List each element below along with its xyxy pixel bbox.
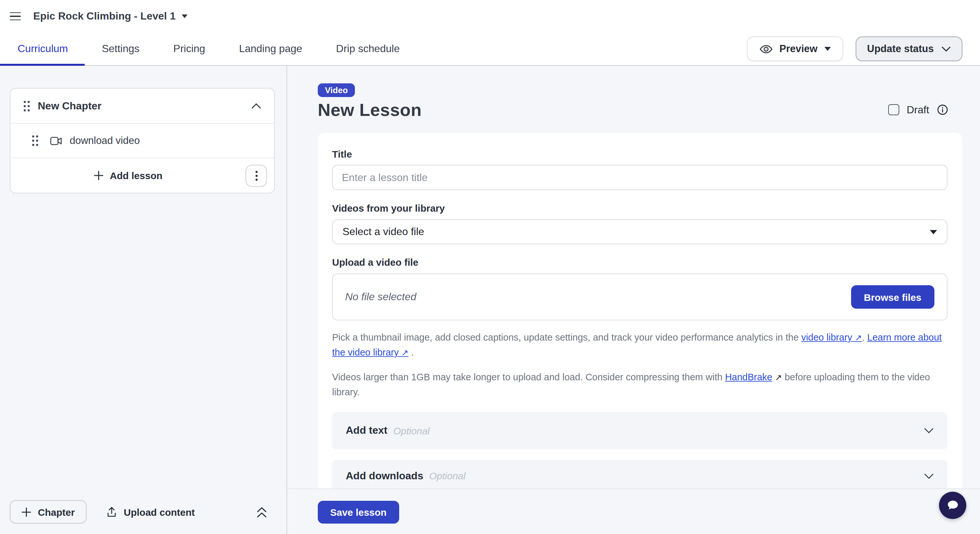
chevron-down-icon	[942, 46, 951, 52]
chat-bubble-icon	[944, 497, 961, 514]
video-library-link[interactable]: video library ↗	[801, 332, 862, 343]
draft-label: Draft	[907, 104, 929, 116]
drag-handle-icon[interactable]	[31, 135, 39, 146]
chapter-header-row: New Chapter	[10, 89, 274, 123]
add-text-section[interactable]: Add text Optional	[332, 412, 947, 449]
lesson-header: Video New Lesson Draft	[318, 83, 963, 121]
tab-pricing[interactable]: Pricing	[156, 33, 222, 65]
kebab-icon	[255, 171, 258, 181]
chapter-card: New Chapter download video Add les	[10, 88, 275, 194]
caret-down-icon	[824, 47, 830, 51]
info-icon[interactable]	[936, 103, 949, 116]
tab-landing-page[interactable]: Landing page	[222, 33, 319, 65]
top-bar: Epic Rock Climbing - Level 1	[0, 0, 980, 33]
lesson-title: download video	[70, 135, 140, 146]
lesson-type-badge: Video	[318, 83, 355, 97]
chapter-footer-row: Add lesson	[10, 157, 274, 193]
add-downloads-section[interactable]: Add downloads Optional	[332, 459, 947, 488]
drag-handle-icon[interactable]	[23, 100, 30, 112]
lesson-title-input[interactable]	[332, 165, 947, 190]
tab-settings[interactable]: Settings	[85, 33, 157, 65]
preview-label: Preview	[780, 43, 818, 55]
no-file-text: No file selected	[345, 291, 417, 303]
course-title: Epic Rock Climbing - Level 1	[33, 10, 175, 22]
update-status-button[interactable]: Update status	[855, 37, 963, 61]
save-lesson-button[interactable]: Save lesson	[318, 501, 399, 524]
browse-files-button[interactable]: Browse files	[851, 285, 934, 309]
chevron-down-icon	[924, 473, 934, 479]
draft-checkbox[interactable]	[889, 104, 900, 115]
upload-icon	[106, 506, 117, 518]
plus-icon	[94, 171, 103, 180]
library-label: Videos from your library	[332, 202, 947, 214]
add-lesson-button[interactable]: Add lesson	[10, 158, 245, 193]
external-link-icon: ↗	[401, 348, 409, 358]
page-title: New Lesson	[318, 100, 963, 121]
draft-toggle: Draft	[889, 103, 949, 116]
video-camera-icon	[50, 136, 62, 146]
file-dropzone[interactable]: No file selected Browse files	[332, 273, 947, 320]
upload-label: Upload a video file	[332, 257, 947, 268]
update-status-label: Update status	[867, 43, 934, 55]
collapse-all-icon[interactable]	[256, 506, 267, 517]
plus-icon	[21, 507, 31, 517]
compression-help-text: Videos larger than 1GB may take longer t…	[332, 370, 947, 399]
lesson-form-card: Title Videos from your library Select a …	[318, 133, 963, 488]
lesson-row[interactable]: download video	[10, 123, 274, 157]
add-lesson-label: Add lesson	[110, 170, 162, 181]
form-footer: Save lesson	[287, 488, 980, 534]
preview-button[interactable]: Preview	[747, 37, 843, 61]
main-content: Video New Lesson Draft Title Videos from…	[287, 66, 980, 534]
eye-icon	[759, 42, 773, 56]
sidebar-bottom-bar: Chapter Upload content	[10, 500, 267, 524]
tab-drip-schedule[interactable]: Drip schedule	[319, 33, 417, 65]
caret-down-icon	[930, 230, 937, 234]
tab-curriculum[interactable]: Curriculum	[0, 33, 85, 65]
chevron-down-icon	[924, 428, 934, 433]
chapter-menu-button[interactable]	[245, 165, 267, 187]
course-title-dropdown[interactable]: Epic Rock Climbing - Level 1	[33, 10, 187, 22]
handbrake-link[interactable]: HandBrake	[725, 372, 772, 382]
title-label: Title	[332, 148, 947, 160]
add-chapter-button[interactable]: Chapter	[10, 500, 87, 524]
header-actions: Preview Update status	[747, 33, 980, 65]
curriculum-sidebar: New Chapter download video Add les	[0, 66, 287, 534]
hamburger-menu-icon[interactable]	[10, 12, 21, 21]
select-value: Select a video file	[342, 226, 424, 238]
add-chapter-label: Chapter	[38, 506, 75, 517]
upload-content-button[interactable]: Upload content	[106, 506, 195, 518]
chapter-title: New Chapter	[38, 100, 102, 112]
video-library-help-text: Pick a thumbnail image, add closed capti…	[332, 330, 947, 360]
tabs: Curriculum Settings Pricing Landing page…	[0, 33, 417, 65]
tab-bar: Curriculum Settings Pricing Landing page…	[0, 33, 980, 66]
chat-launcher-button[interactable]	[939, 492, 966, 519]
chevron-up-icon[interactable]	[251, 103, 261, 109]
video-file-select[interactable]: Select a video file	[332, 219, 947, 244]
external-link-icon: ↗	[855, 333, 862, 343]
app-window: Epic Rock Climbing - Level 1 Curriculum …	[0, 0, 980, 534]
caret-down-icon	[181, 14, 187, 18]
upload-content-label: Upload content	[124, 506, 195, 517]
external-link-icon: ↗	[775, 372, 782, 382]
